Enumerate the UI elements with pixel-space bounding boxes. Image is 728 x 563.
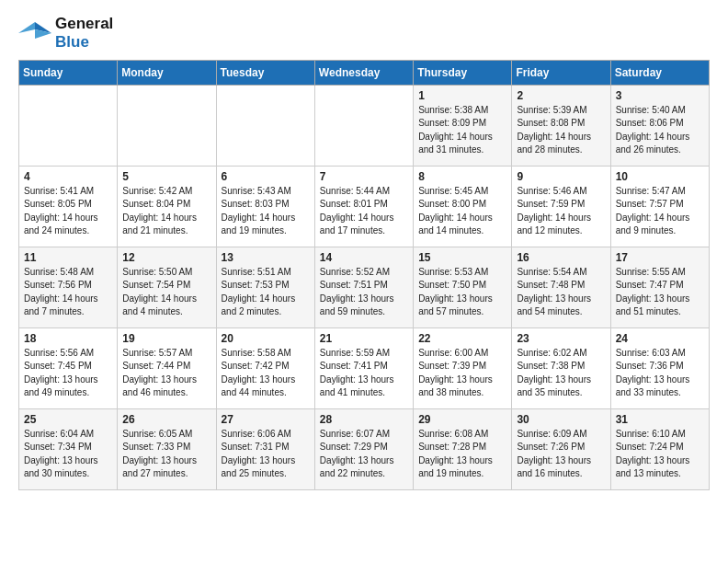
calendar-cell: 26Sunrise: 6:05 AM Sunset: 7:33 PM Dayli…: [118, 408, 216, 489]
calendar-cell: 22Sunrise: 6:00 AM Sunset: 7:39 PM Dayli…: [414, 327, 512, 408]
day-number: 10: [616, 170, 704, 183]
day-number: 25: [24, 413, 112, 426]
day-info: Sunrise: 5:44 AM Sunset: 8:01 PM Dayligh…: [320, 185, 408, 238]
day-number: 8: [418, 170, 506, 183]
calendar-cell: 3Sunrise: 5:40 AM Sunset: 8:06 PM Daylig…: [610, 85, 709, 166]
day-number: 4: [24, 170, 112, 183]
calendar-cell: 31Sunrise: 6:10 AM Sunset: 7:24 PM Dayli…: [610, 408, 709, 489]
calendar-cell: [118, 85, 216, 166]
day-number: 21: [320, 332, 408, 345]
day-number: 2: [517, 89, 605, 102]
page-header: General Blue: [18, 15, 710, 52]
day-number: 28: [320, 413, 408, 426]
day-info: Sunrise: 5:43 AM Sunset: 8:03 PM Dayligh…: [222, 185, 310, 238]
svg-marker-1: [18, 22, 35, 33]
day-number: 15: [418, 251, 506, 264]
calendar-cell: [314, 85, 413, 166]
day-info: Sunrise: 5:54 AM Sunset: 7:48 PM Dayligh…: [517, 266, 605, 319]
day-info: Sunrise: 5:50 AM Sunset: 7:54 PM Dayligh…: [122, 266, 210, 319]
calendar-cell: 15Sunrise: 5:53 AM Sunset: 7:50 PM Dayli…: [414, 247, 512, 327]
calendar-week-row: 1Sunrise: 5:38 AM Sunset: 8:09 PM Daylig…: [19, 85, 710, 166]
day-info: Sunrise: 5:47 AM Sunset: 7:57 PM Dayligh…: [616, 185, 704, 238]
calendar-week-row: 18Sunrise: 5:56 AM Sunset: 7:45 PM Dayli…: [19, 327, 710, 408]
day-info: Sunrise: 5:46 AM Sunset: 7:59 PM Dayligh…: [517, 185, 605, 238]
day-number: 26: [122, 413, 210, 426]
day-info: Sunrise: 6:04 AM Sunset: 7:34 PM Dayligh…: [24, 428, 112, 481]
day-info: Sunrise: 5:53 AM Sunset: 7:50 PM Dayligh…: [418, 266, 506, 319]
day-number: 19: [122, 332, 210, 345]
day-number: 27: [222, 413, 310, 426]
calendar-week-row: 4Sunrise: 5:41 AM Sunset: 8:05 PM Daylig…: [19, 166, 710, 247]
day-number: 13: [222, 251, 310, 264]
day-number: 14: [320, 251, 408, 264]
day-number: 24: [616, 332, 704, 345]
day-number: 30: [517, 413, 605, 426]
logo-icon: [18, 20, 51, 46]
calendar-cell: 2Sunrise: 5:39 AM Sunset: 8:08 PM Daylig…: [512, 85, 610, 166]
day-info: Sunrise: 6:09 AM Sunset: 7:26 PM Dayligh…: [517, 428, 605, 481]
column-header-saturday: Saturday: [610, 60, 709, 85]
day-info: Sunrise: 5:40 AM Sunset: 8:06 PM Dayligh…: [616, 104, 704, 157]
day-number: 31: [616, 413, 704, 426]
calendar-cell: 16Sunrise: 5:54 AM Sunset: 7:48 PM Dayli…: [512, 247, 610, 327]
column-header-friday: Friday: [512, 60, 610, 85]
calendar-cell: [216, 85, 314, 166]
day-info: Sunrise: 5:45 AM Sunset: 8:00 PM Dayligh…: [418, 185, 506, 238]
column-header-thursday: Thursday: [414, 60, 512, 85]
header-row: SundayMondayTuesdayWednesdayThursdayFrid…: [19, 60, 710, 85]
day-info: Sunrise: 6:02 AM Sunset: 7:38 PM Dayligh…: [517, 347, 605, 400]
day-number: 29: [418, 413, 506, 426]
logo-text: General Blue: [55, 15, 113, 52]
day-number: 1: [418, 89, 506, 102]
day-info: Sunrise: 5:48 AM Sunset: 7:56 PM Dayligh…: [24, 266, 112, 319]
calendar-cell: 5Sunrise: 5:42 AM Sunset: 8:04 PM Daylig…: [118, 166, 216, 247]
day-number: 3: [616, 89, 704, 102]
calendar-cell: 29Sunrise: 6:08 AM Sunset: 7:28 PM Dayli…: [414, 408, 512, 489]
calendar-cell: 25Sunrise: 6:04 AM Sunset: 7:34 PM Dayli…: [19, 408, 118, 489]
day-number: 23: [517, 332, 605, 345]
calendar-cell: [19, 85, 118, 166]
column-header-wednesday: Wednesday: [314, 60, 413, 85]
day-info: Sunrise: 5:51 AM Sunset: 7:53 PM Dayligh…: [222, 266, 310, 319]
calendar-cell: 23Sunrise: 6:02 AM Sunset: 7:38 PM Dayli…: [512, 327, 610, 408]
calendar-cell: 10Sunrise: 5:47 AM Sunset: 7:57 PM Dayli…: [610, 166, 709, 247]
calendar-cell: 7Sunrise: 5:44 AM Sunset: 8:01 PM Daylig…: [314, 166, 413, 247]
day-number: 20: [222, 332, 310, 345]
calendar-cell: 4Sunrise: 5:41 AM Sunset: 8:05 PM Daylig…: [19, 166, 118, 247]
calendar-cell: 6Sunrise: 5:43 AM Sunset: 8:03 PM Daylig…: [216, 166, 314, 247]
day-info: Sunrise: 6:08 AM Sunset: 7:28 PM Dayligh…: [418, 428, 506, 481]
day-number: 11: [24, 251, 112, 264]
calendar-cell: 30Sunrise: 6:09 AM Sunset: 7:26 PM Dayli…: [512, 408, 610, 489]
calendar-cell: 11Sunrise: 5:48 AM Sunset: 7:56 PM Dayli…: [19, 247, 118, 327]
day-number: 22: [418, 332, 506, 345]
day-number: 16: [517, 251, 605, 264]
logo: General Blue: [18, 15, 113, 52]
day-info: Sunrise: 6:03 AM Sunset: 7:36 PM Dayligh…: [616, 347, 704, 400]
day-info: Sunrise: 6:05 AM Sunset: 7:33 PM Dayligh…: [122, 428, 210, 481]
calendar-cell: 13Sunrise: 5:51 AM Sunset: 7:53 PM Dayli…: [216, 247, 314, 327]
day-info: Sunrise: 6:10 AM Sunset: 7:24 PM Dayligh…: [616, 428, 704, 481]
day-number: 9: [517, 170, 605, 183]
day-number: 12: [122, 251, 210, 264]
calendar-week-row: 25Sunrise: 6:04 AM Sunset: 7:34 PM Dayli…: [19, 408, 710, 489]
column-header-sunday: Sunday: [19, 60, 118, 85]
day-info: Sunrise: 6:06 AM Sunset: 7:31 PM Dayligh…: [222, 428, 310, 481]
day-number: 5: [122, 170, 210, 183]
calendar-cell: 12Sunrise: 5:50 AM Sunset: 7:54 PM Dayli…: [118, 247, 216, 327]
day-info: Sunrise: 5:55 AM Sunset: 7:47 PM Dayligh…: [616, 266, 704, 319]
calendar-week-row: 11Sunrise: 5:48 AM Sunset: 7:56 PM Dayli…: [19, 247, 710, 327]
calendar-cell: 1Sunrise: 5:38 AM Sunset: 8:09 PM Daylig…: [414, 85, 512, 166]
calendar-cell: 28Sunrise: 6:07 AM Sunset: 7:29 PM Dayli…: [314, 408, 413, 489]
day-info: Sunrise: 5:59 AM Sunset: 7:41 PM Dayligh…: [320, 347, 408, 400]
day-info: Sunrise: 5:42 AM Sunset: 8:04 PM Dayligh…: [122, 185, 210, 238]
calendar-cell: 24Sunrise: 6:03 AM Sunset: 7:36 PM Dayli…: [610, 327, 709, 408]
calendar-table: SundayMondayTuesdayWednesdayThursdayFrid…: [18, 60, 710, 490]
day-info: Sunrise: 5:57 AM Sunset: 7:44 PM Dayligh…: [122, 347, 210, 400]
day-info: Sunrise: 5:39 AM Sunset: 8:08 PM Dayligh…: [517, 104, 605, 157]
column-header-monday: Monday: [118, 60, 216, 85]
day-info: Sunrise: 6:00 AM Sunset: 7:39 PM Dayligh…: [418, 347, 506, 400]
calendar-cell: 17Sunrise: 5:55 AM Sunset: 7:47 PM Dayli…: [610, 247, 709, 327]
calendar-cell: 14Sunrise: 5:52 AM Sunset: 7:51 PM Dayli…: [314, 247, 413, 327]
calendar-cell: 20Sunrise: 5:58 AM Sunset: 7:42 PM Dayli…: [216, 327, 314, 408]
calendar-cell: 9Sunrise: 5:46 AM Sunset: 7:59 PM Daylig…: [512, 166, 610, 247]
